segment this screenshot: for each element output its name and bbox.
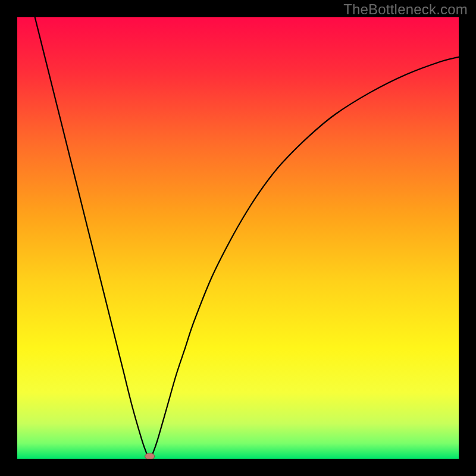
- chart-svg: [17, 17, 459, 459]
- plot-area: [17, 17, 459, 459]
- watermark-text: TheBottleneck.com: [343, 1, 468, 18]
- optimal-point-marker: [145, 453, 155, 459]
- chart-frame: TheBottleneck.com: [0, 0, 476, 476]
- gradient-background: [17, 17, 459, 459]
